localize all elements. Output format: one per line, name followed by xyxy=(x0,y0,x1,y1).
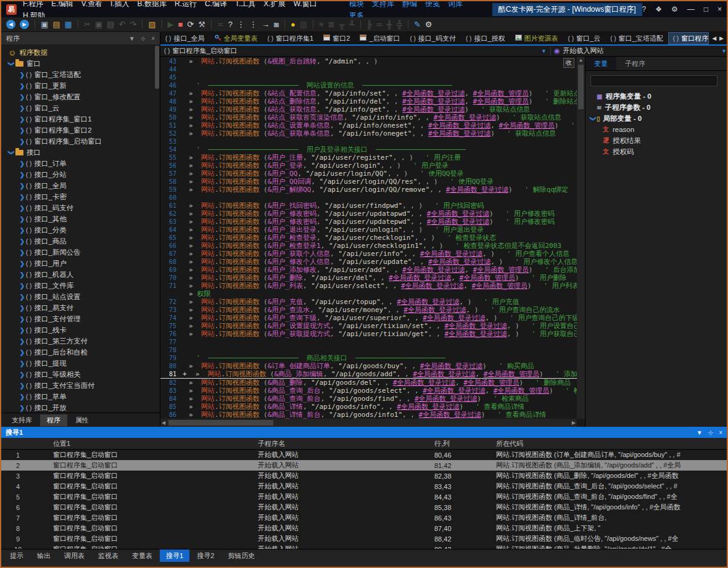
subroutine-dropdown-icon[interactable]: ▼ xyxy=(721,48,727,54)
output-tab-监视表[interactable]: 监视表 xyxy=(92,549,125,562)
pen-button[interactable]: ✎ xyxy=(414,20,421,28)
code-line-86[interactable]: 86» 网站.订阅视图函数 (&商品_详情_前台, "/api/goods/in… xyxy=(160,411,577,419)
code-line-77[interactable]: 77 xyxy=(160,338,577,346)
search-result-row[interactable]: 8窗口程序集_启动窗口开始载入网站87,40网站.订阅视图函数 (商品_上下架,… xyxy=(1,523,727,533)
search-result-row[interactable]: 4窗口程序集_启动窗口开始载入网站83,43网站.订阅视图函数 (商品_查询_后… xyxy=(1,481,727,492)
tree-item-接口_新闻公告[interactable]: ❯( )接口_新闻公告 xyxy=(1,247,160,258)
menu-link-1[interactable]: 支持库 xyxy=(372,0,394,8)
chevron-right-icon[interactable]: ❯ xyxy=(19,127,26,134)
step-button[interactable]: ⋮ xyxy=(249,20,257,28)
menu-item-1[interactable]: E.编辑 xyxy=(51,0,73,8)
menu-item-4[interactable]: B.数据库 xyxy=(138,0,167,8)
tree-item-接口_订单[interactable]: ❯( )接口_订单 xyxy=(1,158,160,169)
variable-授权码[interactable]: 文授权码 xyxy=(585,146,727,157)
tree-item-接口_开放[interactable]: ❯( )接口_开放 xyxy=(1,402,160,413)
lock-button[interactable]: ◙ xyxy=(274,20,279,28)
chevron-right-icon[interactable]: ❯ xyxy=(19,171,26,178)
tree-item-窗口程序集_窗口2[interactable]: ❯( )窗口程序集_窗口2 xyxy=(1,125,160,136)
tab-变量[interactable]: 变量 xyxy=(585,57,616,70)
tree-item-窗口程序集_启动窗口[interactable]: ❯( )窗口程序集_启动窗口 xyxy=(1,136,160,147)
tree-item-接口_卡密[interactable]: ❯( )接口_卡密 xyxy=(1,191,160,202)
search-close-icon[interactable]: × xyxy=(719,429,722,436)
settings-button[interactable]: ⚙ xyxy=(671,5,678,14)
chevron-right-icon[interactable]: ❯ xyxy=(19,271,26,278)
new-button[interactable]: ▣ xyxy=(41,20,48,28)
search-result-row[interactable]: 9窗口程序集_启动窗口开始载入网站88,42网站.订阅视图函数 (商品_临时公告… xyxy=(1,533,727,544)
menu-link-4[interactable]: 词库 xyxy=(448,0,463,8)
variable-reason[interactable]: 文reason xyxy=(585,124,727,135)
tab-窗口2[interactable]: 窗口2 xyxy=(318,32,355,44)
code-line-76[interactable]: 76» 网站.订阅视图函数 (&用户_获取提现方式, "/api/user/ti… xyxy=(160,330,577,338)
output-tab-搜寻1[interactable]: 搜寻1 xyxy=(160,549,189,562)
tree-item-接口_草单[interactable]: ❯( )接口_草单 xyxy=(1,391,160,402)
tab-窗口_宝塔适配[interactable]: ( )窗口_宝塔适配 xyxy=(605,32,668,44)
editor-vscrollbar[interactable]: ▲ xyxy=(577,57,585,419)
tree-item-接口_全局[interactable]: ❯( )接口_全局 xyxy=(1,180,160,191)
project-folder-button[interactable]: ▧ xyxy=(148,20,155,28)
output-tab-搜寻2[interactable]: 搜寻2 xyxy=(191,549,220,562)
output-tab-提示[interactable]: 提示 xyxy=(4,549,30,562)
tree-item-窗口_更新[interactable]: ❯( )窗口_更新 xyxy=(1,80,160,91)
tree-item-接口_提现[interactable]: ❯( )接口_提现 xyxy=(1,358,160,369)
tree-item-接口_机器人[interactable]: ❯( )接口_机器人 xyxy=(1,269,160,280)
search-pin-icon[interactable]: ⊹ xyxy=(708,429,713,436)
skin-button[interactable]: ❖ xyxy=(655,5,662,14)
chevron-right-icon[interactable]: ❯ xyxy=(19,183,26,189)
chevron-right-icon[interactable]: ❯ xyxy=(19,116,26,123)
chevron-right-icon[interactable]: ❯ xyxy=(19,305,26,311)
tab-窗口程序集_启动窗口[interactable]: ( )窗口程序集_启动窗口 xyxy=(668,32,709,44)
subroutine-selector[interactable]: ◉ 开始载入网站 ▼ xyxy=(551,46,727,56)
minimize-button[interactable]: — xyxy=(687,5,695,14)
chevron-right-icon[interactable]: ❯ xyxy=(19,194,26,200)
menu-link-2[interactable]: 静编 xyxy=(402,0,417,8)
tree-item-窗口_修改配置[interactable]: ❯( )窗口_修改配置 xyxy=(1,91,160,102)
chevron-right-icon[interactable]: ❯ xyxy=(19,382,26,389)
tree-item-程序数据[interactable]: ☺程序数据 xyxy=(1,47,160,58)
panel-close-icon[interactable]: × xyxy=(151,35,155,42)
dock-tab-属性[interactable]: 属性 xyxy=(68,414,96,426)
chevron-down-icon[interactable]: ❯ xyxy=(8,60,15,67)
chevron-right-icon[interactable]: ❯ xyxy=(19,405,26,411)
breakpoint-button[interactable]: ⋮ xyxy=(237,20,245,28)
search-result-row[interactable]: 3窗口程序集_启动窗口开始载入网站82,38网站.订阅视图函数 (商品_删除, … xyxy=(1,471,727,481)
maximize-button[interactable]: □ xyxy=(704,5,708,14)
menu-link-3[interactable]: 便笺 xyxy=(425,0,440,8)
output-tab-变量表[interactable]: 变量表 xyxy=(126,549,159,562)
hscroll-thumb[interactable] xyxy=(168,420,273,426)
group-local-vars[interactable]: ❯▯局部变量 - 0 xyxy=(585,113,727,124)
chevron-right-icon[interactable]: ❯ xyxy=(19,216,26,223)
chevron-right-icon[interactable]: ❯ xyxy=(19,138,26,145)
restart-button[interactable]: ⟳ xyxy=(187,20,194,28)
tree-item-接口_等级相关[interactable]: ❯( )接口_等级相关 xyxy=(1,369,160,380)
chevron-right-icon[interactable]: ❯ xyxy=(19,371,26,378)
tip-bulb-button[interactable]: ● xyxy=(291,20,296,28)
scroll-up-icon[interactable]: ▲ xyxy=(577,57,585,63)
variable-search-input[interactable] xyxy=(590,75,718,86)
chevron-right-icon[interactable]: ❯ xyxy=(19,160,26,167)
chevron-right-icon[interactable]: ❯ xyxy=(19,227,26,234)
help-button[interactable]: ? xyxy=(642,5,647,14)
goto-button[interactable]: → xyxy=(262,20,270,28)
code-line-71[interactable]: 71» 网站.订阅视图函数 (&用户_列表, "/api/user/select… xyxy=(160,282,577,290)
forward-button[interactable]: ▶ xyxy=(20,20,29,29)
tree-item-接口_支付宝当面付[interactable]: ❯( )接口_支付宝当面付 xyxy=(1,380,160,391)
tab-scroll-left-icon[interactable]: ◀ xyxy=(712,35,716,41)
menu-item-5[interactable]: R.运行 xyxy=(175,0,197,8)
chevron-right-icon[interactable]: ❯ xyxy=(19,94,26,101)
chevron-right-icon[interactable]: ❯ xyxy=(19,72,26,78)
chevron-down-icon[interactable]: ❯ xyxy=(8,149,15,156)
tree-item-窗口[interactable]: ❯窗口 xyxy=(1,58,160,69)
variable-授权结果[interactable]: 逻授权结果 xyxy=(585,135,727,146)
chevron-down-icon[interactable]: ❯ xyxy=(590,115,597,122)
tab-接口_授权[interactable]: ( )接口_授权 xyxy=(461,32,510,44)
dock-tab-支持库[interactable]: 支持库 xyxy=(5,414,39,426)
menu-item-9[interactable]: W.窗口 xyxy=(294,0,317,8)
window-set-selector[interactable]: ( ) 窗口程序集_启动窗口 ▼ xyxy=(160,46,550,56)
tree-item-接口_分类[interactable]: ❯( )接口_分类 xyxy=(1,224,160,236)
chevron-right-icon[interactable]: ❯ xyxy=(19,249,26,256)
chevron-right-icon[interactable]: ❯ xyxy=(19,260,26,267)
help-find-button[interactable]: ? xyxy=(228,20,233,28)
save-button[interactable]: ▦ xyxy=(65,20,72,28)
tree-item-接口_其他[interactable]: ❯( )接口_其他 xyxy=(1,213,160,224)
tree-item-接口_后台和自检[interactable]: ❯( )接口_后台和自检 xyxy=(1,347,160,358)
